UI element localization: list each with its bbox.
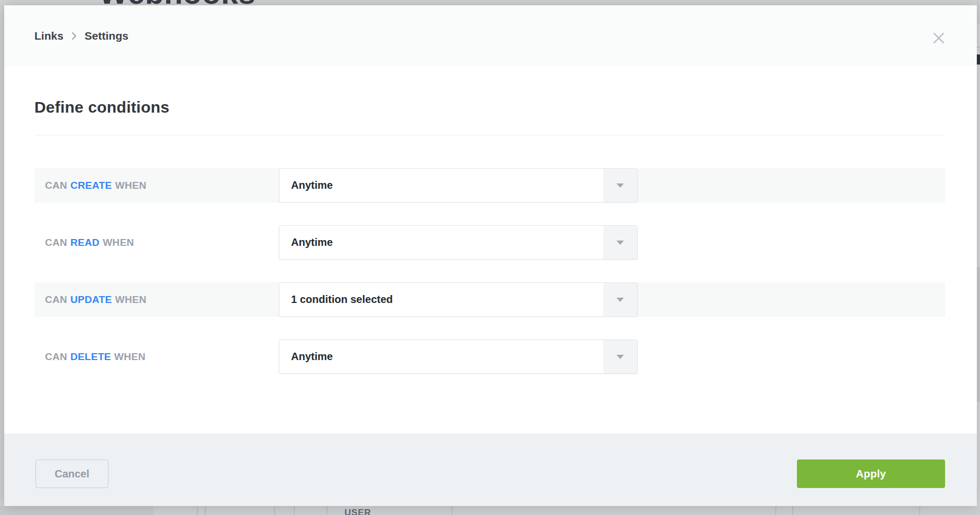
label-can: CAN (45, 237, 67, 249)
label-when: WHEN (115, 180, 147, 191)
permission-row-read: CAN READ WHEN Anytime (34, 225, 945, 260)
label-when: WHEN (114, 351, 146, 363)
table-column-divider (294, 506, 295, 515)
table-column-divider (775, 506, 776, 515)
settings-modal: Links Settings Define conditions CAN CRE… (4, 5, 977, 506)
background-fragment (977, 54, 980, 65)
background-page-title: Webhooks (99, 0, 256, 5)
background-page-top: Webhooks (0, 0, 980, 5)
breadcrumb: Links Settings (34, 5, 129, 66)
table-column-divider (274, 506, 275, 515)
create-when-label: CAN CREATE WHEN (45, 168, 150, 203)
breadcrumb-settings: Settings (85, 30, 129, 42)
background-fragment (977, 267, 980, 402)
modal-header: Links Settings (4, 5, 977, 66)
dropdown-value: Anytime (291, 226, 333, 259)
modal-footer: Cancel Apply (4, 434, 977, 506)
chevron-right-icon (71, 31, 77, 41)
chevron-down-icon (603, 283, 637, 316)
delete-when-dropdown[interactable]: Anytime (279, 339, 638, 374)
label-read: READ (70, 237, 99, 249)
label-update: UPDATE (70, 294, 112, 306)
table-column-divider (326, 506, 328, 515)
table-column-divider (205, 506, 206, 515)
label-can: CAN (45, 351, 67, 363)
background-sidebar-fragment (0, 506, 153, 515)
label-can: CAN (45, 180, 67, 191)
background-page-right-strip (977, 0, 980, 515)
breadcrumb-links[interactable]: Links (34, 30, 63, 42)
divider (34, 135, 945, 135)
dropdown-value: Anytime (291, 340, 333, 373)
table-column-divider (792, 506, 793, 515)
permission-row-delete: CAN DELETE WHEN Anytime (34, 339, 945, 374)
cancel-button[interactable]: Cancel (35, 459, 108, 488)
delete-when-label: CAN DELETE WHEN (45, 339, 149, 374)
dropdown-value: Anytime (291, 169, 333, 202)
background-fragment (977, 0, 980, 24)
apply-button[interactable]: Apply (797, 459, 945, 488)
table-column-divider (197, 506, 198, 515)
dropdown-value: 1 condition selected (291, 283, 393, 316)
chevron-down-icon (603, 340, 637, 373)
label-when: WHEN (103, 237, 134, 249)
label-can: CAN (45, 294, 67, 306)
chevron-down-icon (603, 226, 637, 259)
background-table-header-strip: USER (0, 506, 980, 515)
background-fragment (977, 47, 980, 48)
label-delete: DELETE (70, 351, 111, 363)
read-when-label: CAN READ WHEN (45, 225, 137, 260)
table-column-divider (919, 506, 920, 515)
update-when-dropdown[interactable]: 1 condition selected (279, 282, 638, 317)
create-when-dropdown[interactable]: Anytime (279, 168, 638, 203)
permission-row-create: CAN CREATE WHEN Anytime (34, 168, 945, 203)
update-when-label: CAN UPDATE WHEN (45, 282, 150, 317)
close-icon[interactable] (930, 30, 947, 47)
label-when: WHEN (115, 294, 147, 306)
user-column-header: USER (344, 508, 371, 515)
read-when-dropdown[interactable]: Anytime (279, 225, 638, 260)
permission-row-update: CAN UPDATE WHEN 1 condition selected (34, 282, 945, 317)
table-column-divider (451, 506, 452, 515)
chevron-down-icon (603, 169, 637, 202)
label-create: CREATE (70, 180, 112, 191)
page-title: Define conditions (34, 98, 169, 116)
